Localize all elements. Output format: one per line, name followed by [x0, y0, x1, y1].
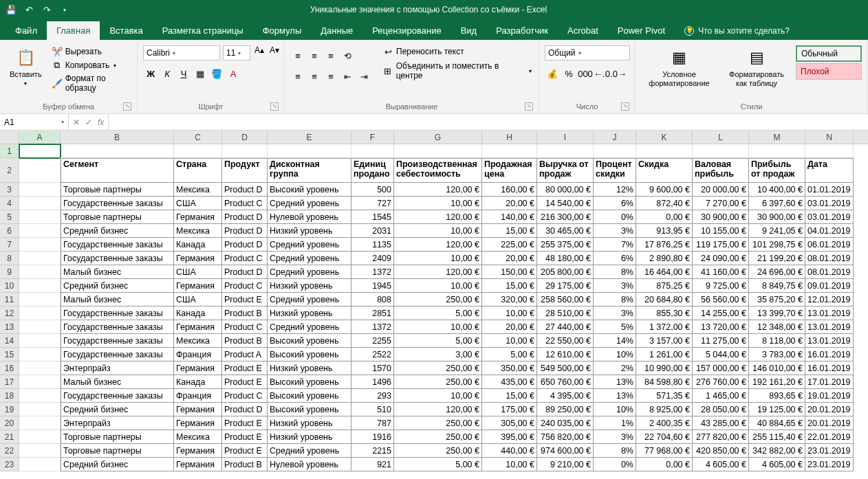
cell[interactable]: Торговые партнеры: [61, 430, 174, 444]
increase-font-icon[interactable]: A▴: [253, 45, 265, 60]
cell[interactable]: Государственные заказы: [61, 320, 174, 334]
cell[interactable]: 255 115,40 €: [749, 430, 805, 444]
row-header[interactable]: 16: [0, 361, 19, 375]
cell[interactable]: 6%: [594, 197, 636, 210]
cell[interactable]: 28 510,00 €: [537, 307, 594, 320]
cell[interactable]: Канада: [174, 238, 222, 252]
fill-color-button[interactable]: 🪣: [209, 66, 224, 81]
cell[interactable]: 2 400,35 €: [636, 416, 693, 430]
cell[interactable]: 500: [351, 183, 394, 197]
cell[interactable]: Низкий уровень: [268, 430, 351, 444]
cell[interactable]: 13%: [594, 389, 636, 403]
cell[interactable]: Product E: [222, 444, 268, 458]
cell[interactable]: 1945: [351, 279, 394, 293]
cell[interactable]: 150,00 €: [482, 265, 537, 279]
cell[interactable]: 1916: [351, 430, 394, 444]
cell[interactable]: 2031: [351, 224, 394, 238]
cell[interactable]: [351, 144, 394, 158]
spreadsheet-grid[interactable]: A B C D E F G H I J K L M N 1 2 Сегмент …: [0, 131, 868, 471]
cell[interactable]: 921: [351, 458, 394, 471]
cell[interactable]: Средний уровень: [268, 252, 351, 265]
cell[interactable]: Германия: [174, 444, 222, 458]
cell[interactable]: [61, 144, 174, 158]
table-header[interactable]: Дисконтная группа: [268, 158, 351, 183]
cell[interactable]: 10,00 €: [394, 224, 482, 238]
cell[interactable]: 0,00 €: [636, 210, 693, 224]
undo-icon[interactable]: ↶: [22, 3, 36, 16]
orientation-icon[interactable]: ⟲: [340, 48, 355, 63]
cell[interactable]: 3 157,00 €: [636, 334, 693, 348]
increase-indent-icon[interactable]: ⇥: [356, 69, 371, 84]
cell[interactable]: Высокий уровень: [268, 183, 351, 197]
cell[interactable]: 20 000,00 €: [693, 183, 749, 197]
cell[interactable]: Малый бизнес: [61, 375, 174, 389]
cell[interactable]: 08.01.2019: [805, 265, 854, 279]
cell[interactable]: Германия: [174, 416, 222, 430]
cell[interactable]: 2522: [351, 348, 394, 361]
cell[interactable]: 250,00 €: [394, 430, 482, 444]
cell[interactable]: [19, 334, 61, 348]
row-header[interactable]: 4: [0, 197, 19, 210]
cell[interactable]: 24 090,00 €: [693, 252, 749, 265]
format-as-table-button[interactable]: ▤ Форматировать как таблицу: [721, 45, 792, 89]
cell[interactable]: Низкий уровень: [268, 361, 351, 375]
cell[interactable]: 101 298,75 €: [749, 238, 805, 252]
cell[interactable]: 35 875,20 €: [749, 293, 805, 307]
cell[interactable]: 250,00 €: [394, 361, 482, 375]
cell[interactable]: Германия: [174, 320, 222, 334]
cell[interactable]: [19, 320, 61, 334]
cell[interactable]: 9 210,00 €: [537, 458, 594, 471]
cell[interactable]: 4 605,00 €: [749, 458, 805, 471]
tell-me-search[interactable]: 💡 Что вы хотите сделать?: [675, 22, 799, 40]
cell[interactable]: 913,95 €: [636, 224, 693, 238]
tab-insert[interactable]: Вставка: [100, 21, 152, 40]
font-name-combo[interactable]: Calibri▾: [143, 45, 220, 60]
cell[interactable]: 1%: [594, 416, 636, 430]
cell[interactable]: 120,00 €: [394, 210, 482, 224]
name-box[interactable]: A1▾: [0, 114, 69, 130]
cell[interactable]: 3%: [594, 307, 636, 320]
cell[interactable]: [19, 293, 61, 307]
col-header-G[interactable]: G: [394, 131, 482, 144]
merge-center-button[interactable]: ⊞Объединить и поместить в центре▾: [381, 60, 533, 81]
cell[interactable]: 119 175,00 €: [693, 238, 749, 252]
table-header[interactable]: Валовая прибыль: [693, 158, 749, 183]
cell[interactable]: Торговые партнеры: [61, 210, 174, 224]
cell[interactable]: [268, 144, 351, 158]
cell[interactable]: 03.01.2019: [805, 197, 854, 210]
cell[interactable]: 276 760,00 €: [693, 375, 749, 389]
row-header[interactable]: 21: [0, 430, 19, 444]
cell[interactable]: 56 560,00 €: [693, 293, 749, 307]
cell[interactable]: 89 250,00 €: [537, 403, 594, 416]
cell[interactable]: 10,00 €: [482, 458, 537, 471]
number-launcher[interactable]: ⤡: [621, 102, 629, 111]
cell[interactable]: [222, 144, 268, 158]
cell[interactable]: 727: [351, 197, 394, 210]
cell[interactable]: 13.01.2019: [805, 320, 854, 334]
cell[interactable]: Product E: [222, 361, 268, 375]
col-header-A[interactable]: A: [19, 131, 61, 144]
cell[interactable]: Государственные заказы: [61, 252, 174, 265]
table-header[interactable]: Страна: [174, 158, 222, 183]
cell[interactable]: 1135: [351, 238, 394, 252]
cell[interactable]: 342 882,00 €: [749, 444, 805, 458]
cell[interactable]: Мексика: [174, 183, 222, 197]
cell[interactable]: 12%: [594, 183, 636, 197]
cell[interactable]: 10,00 €: [394, 197, 482, 210]
cell[interactable]: 320,00 €: [482, 293, 537, 307]
cell-styles-gallery[interactable]: Обычный Плохой: [796, 45, 862, 80]
cell[interactable]: Product E: [222, 375, 268, 389]
cell[interactable]: 8%: [594, 444, 636, 458]
cell[interactable]: 24 696,00 €: [749, 265, 805, 279]
cell[interactable]: 146 010,00 €: [749, 361, 805, 375]
cell[interactable]: 140,00 €: [482, 210, 537, 224]
cell[interactable]: 15,00 €: [482, 279, 537, 293]
cell[interactable]: 8 118,00 €: [749, 334, 805, 348]
tab-data[interactable]: Данные: [311, 21, 362, 40]
cell[interactable]: 250,00 €: [394, 375, 482, 389]
cell[interactable]: Product A: [222, 348, 268, 361]
cell[interactable]: 216 300,00 €: [537, 210, 594, 224]
cell[interactable]: Высокий уровень: [268, 375, 351, 389]
cell[interactable]: 14%: [594, 334, 636, 348]
cell[interactable]: 225,00 €: [482, 238, 537, 252]
